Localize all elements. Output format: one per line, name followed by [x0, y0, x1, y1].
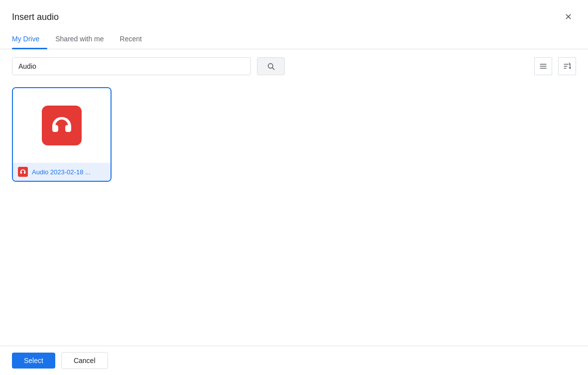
tab-my-drive[interactable]: My Drive — [12, 29, 47, 49]
file-name: Audio 2023-02-18 ... — [32, 168, 91, 176]
content-area: Audio 2023-02-18 ... — [0, 83, 588, 346]
file-card-footer: Audio 2023-02-18 ... — [13, 163, 111, 181]
close-button[interactable]: ✕ — [560, 9, 576, 25]
search-icon — [267, 62, 275, 70]
tabs-bar: My Drive Shared with me Recent — [0, 29, 588, 49]
select-button[interactable]: Select — [12, 353, 55, 369]
sort-icon — [563, 62, 571, 70]
search-input[interactable] — [12, 57, 251, 75]
tab-shared-with-me[interactable]: Shared with me — [47, 29, 112, 49]
dialog-title: Insert audio — [12, 12, 59, 22]
list-view-button[interactable] — [534, 57, 552, 75]
audio-icon-large — [42, 106, 82, 145]
sort-button[interactable] — [558, 57, 576, 75]
audio-icon-small — [18, 167, 28, 177]
dialog-footer: Select Cancel — [0, 346, 588, 375]
dialog-header: Insert audio ✕ — [0, 0, 588, 25]
file-card[interactable]: Audio 2023-02-18 ... — [12, 87, 112, 182]
svg-line-1 — [272, 68, 274, 70]
file-card-preview — [13, 88, 111, 163]
file-grid: Audio 2023-02-18 ... — [12, 87, 576, 182]
insert-audio-dialog: Insert audio ✕ My Drive Shared with me R… — [0, 0, 588, 375]
list-icon — [539, 62, 547, 70]
headphone-icon — [49, 113, 74, 138]
cancel-button[interactable]: Cancel — [61, 352, 108, 369]
search-button[interactable] — [257, 57, 285, 75]
toolbar — [0, 49, 588, 83]
close-icon: ✕ — [565, 12, 572, 21]
tab-recent[interactable]: Recent — [112, 29, 150, 49]
